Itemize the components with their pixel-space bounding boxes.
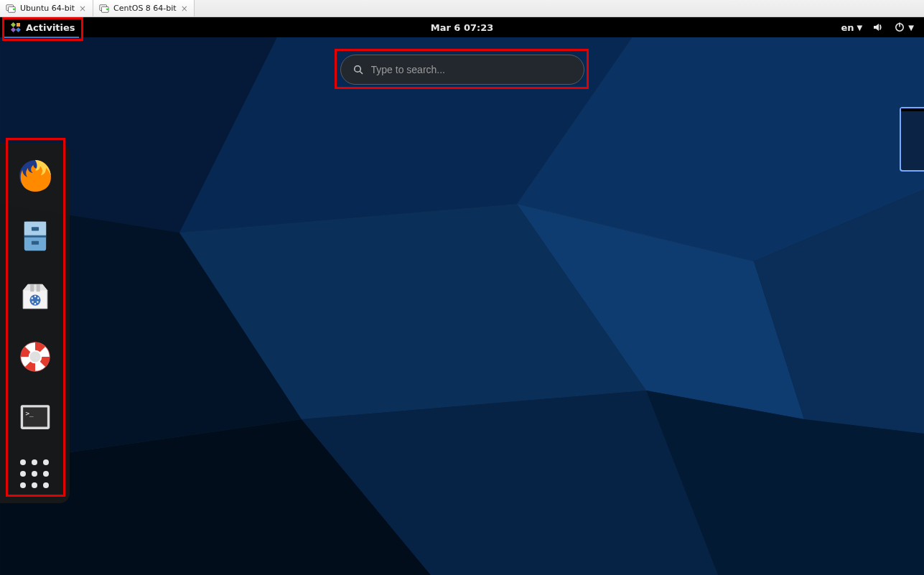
svg-text:>_: >_ [25,409,34,417]
vm-icon [6,4,16,14]
search-icon [353,64,364,75]
clock[interactable]: Mar 6 07:23 [431,22,494,33]
svg-point-31 [34,296,35,297]
svg-rect-29 [36,284,39,291]
dash-item-help[interactable] [15,337,55,377]
search-input[interactable] [371,64,572,75]
svg-rect-15 [17,23,20,27]
host-tab-ubuntu[interactable]: Ubuntu 64-bit × [0,0,93,17]
svg-point-35 [37,301,38,302]
svg-point-20 [354,66,360,73]
svg-point-33 [37,297,39,299]
centos-logo-icon [10,22,22,33]
activities-button[interactable]: Activities [10,17,75,37]
dash-item-show-apps[interactable] [15,457,55,490]
host-tab-label: CentOS 8 64-bit [113,4,177,13]
svg-rect-14 [11,22,16,27]
power-icon [894,22,905,33]
svg-rect-17 [16,27,21,32]
svg-rect-16 [11,27,16,32]
dash-item-software[interactable] [15,276,55,317]
svg-rect-27 [31,241,38,245]
overview-search[interactable] [340,55,584,85]
svg-rect-19 [899,23,900,27]
close-icon[interactable]: × [79,4,86,13]
svg-rect-26 [31,227,38,230]
gnome-topbar: Activities Mar 6 07:23 en ▼ ▼ [0,17,924,37]
lang-label: en [841,22,854,33]
svg-point-34 [32,301,33,302]
workspace-thumbnail[interactable] [900,107,924,172]
host-tab-centos[interactable]: CentOS 8 64-bit × [93,0,195,17]
gnome-dash: >_ [0,143,70,503]
terminal-icon: >_ [16,398,55,436]
files-icon [16,217,55,256]
guest-desktop: Activities Mar 6 07:23 en ▼ ▼ [0,17,924,575]
firefox-icon [16,156,55,195]
software-icon [16,277,55,316]
volume-icon[interactable] [872,22,884,33]
dash-item-terminal[interactable]: >_ [15,397,55,437]
dash-item-firefox[interactable] [15,156,55,196]
activities-label: Activities [26,22,75,33]
wallpaper [0,17,924,575]
show-apps-icon [19,459,52,489]
svg-point-32 [31,297,32,299]
svg-point-38 [29,351,40,362]
svg-rect-25 [24,235,45,238]
svg-line-21 [360,71,363,74]
activities-active-indicator [4,37,79,38]
system-menu[interactable]: ▼ [894,22,914,33]
dash-item-files[interactable] [15,216,55,256]
help-icon [16,337,55,376]
vm-icon [99,4,109,14]
svg-rect-28 [30,284,34,291]
clock-label: Mar 6 07:23 [431,22,494,33]
host-tab-strip: Ubuntu 64-bit × CentOS 8 64-bit × [0,0,924,17]
input-source-indicator[interactable]: en ▼ [841,22,863,33]
chevron-down-icon: ▼ [908,24,914,32]
chevron-down-icon: ▼ [857,24,863,32]
svg-point-36 [34,303,35,304]
close-icon[interactable]: × [181,4,188,13]
host-tab-label: Ubuntu 64-bit [20,4,75,13]
